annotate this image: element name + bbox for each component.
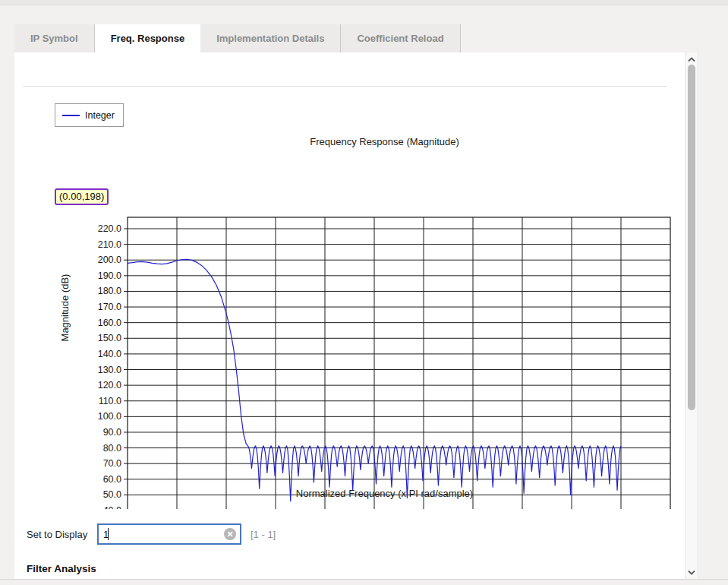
svg-text:190.0: 190.0 xyxy=(98,270,121,281)
clear-input-icon[interactable]: ✕ xyxy=(224,528,236,540)
tab-bar: IP Symbol Freq. Response Implementation … xyxy=(14,24,461,52)
chevron-down-icon xyxy=(688,570,695,575)
chevron-up-icon xyxy=(688,57,695,62)
data-point-tooltip: (0.00,198) xyxy=(55,188,109,205)
tab-freq-response[interactable]: Freq. Response xyxy=(95,24,201,52)
tab-implementation-details[interactable]: Implementation Details xyxy=(200,24,341,52)
svg-text:180.0: 180.0 xyxy=(98,286,121,296)
svg-text:70.0: 70.0 xyxy=(103,458,121,469)
svg-text:160.0: 160.0 xyxy=(98,318,121,328)
ip-customization-window: IP Symbol Freq. Response Implementation … xyxy=(0,0,728,585)
tab-ip-symbol[interactable]: IP Symbol xyxy=(14,24,95,52)
svg-text:100.0: 100.0 xyxy=(98,411,121,422)
set-to-display-field: ✕ xyxy=(97,523,241,545)
svg-text:90.0: 90.0 xyxy=(103,427,121,438)
svg-text:150.0: 150.0 xyxy=(98,333,121,343)
svg-text:60.0: 60.0 xyxy=(103,474,121,485)
filter-analysis-heading: Filter Analysis xyxy=(27,563,96,574)
tab-coefficient-reload[interactable]: Coefficient Reload xyxy=(341,24,460,52)
svg-text:110.0: 110.0 xyxy=(99,396,121,406)
vertical-scrollbar[interactable] xyxy=(685,52,697,579)
svg-text:220.0: 220.0 xyxy=(98,223,121,234)
svg-text:200.0: 200.0 xyxy=(98,255,121,265)
window-top-strip xyxy=(0,0,728,5)
legend-line-swatch xyxy=(62,115,80,116)
scrollbar-thumb[interactable] xyxy=(688,65,695,410)
scroll-up-button[interactable] xyxy=(685,53,698,65)
text-cursor xyxy=(108,528,109,540)
range-hint: [1 - 1] xyxy=(251,529,276,540)
svg-text:120.0: 120.0 xyxy=(98,380,121,391)
x-axis-title: Normalized Frequency (x PI rad/sample) xyxy=(113,488,656,499)
legend-label: Integer xyxy=(85,110,115,121)
freq-response-panel: Integer Frequency Response (Magnitude) M… xyxy=(14,52,697,579)
panel-bottom-edge xyxy=(0,579,728,585)
chart-legend: Integer xyxy=(55,103,124,127)
svg-text:210.0: 210.0 xyxy=(98,239,121,250)
scroll-down-button[interactable] xyxy=(685,566,698,578)
svg-text:40.0: 40.0 xyxy=(103,505,121,509)
frequency-response-plot[interactable]: 0.00.10.20.30.40.50.60.70.80.91.0220.021… xyxy=(46,129,676,509)
panel-separator xyxy=(23,86,667,87)
svg-text:130.0: 130.0 xyxy=(98,365,121,375)
svg-text:170.0: 170.0 xyxy=(98,302,121,312)
svg-text:140.0: 140.0 xyxy=(98,349,121,359)
set-to-display-label: Set to Display xyxy=(27,529,87,540)
svg-text:80.0: 80.0 xyxy=(103,443,121,454)
set-to-display-input[interactable] xyxy=(97,523,241,545)
